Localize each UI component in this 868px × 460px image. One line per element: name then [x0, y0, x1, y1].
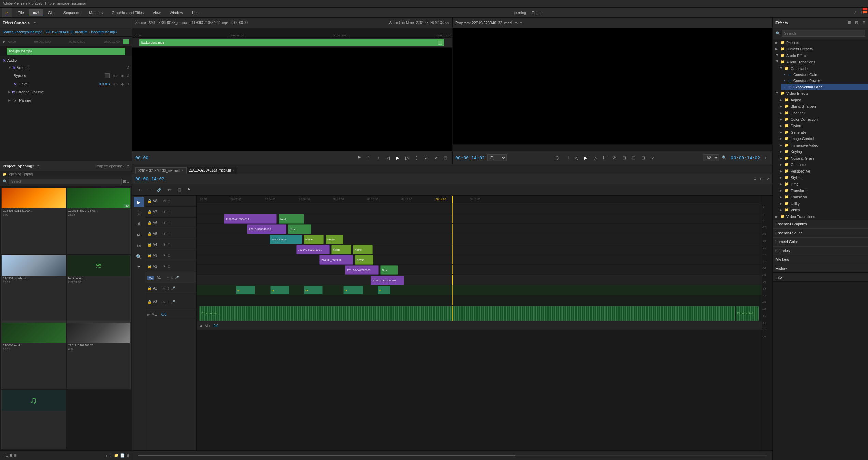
track-mic-a1[interactable]: 🎤	[175, 276, 179, 279]
project-new-bin-btn[interactable]: 📁	[114, 453, 119, 458]
project-new-item-btn[interactable]: 📄	[120, 453, 125, 458]
clip-v3-2[interactable]: Neste	[355, 255, 373, 265]
ec-level-value[interactable]: 0.0 dB	[99, 82, 110, 86]
clip-v5-3[interactable]: Neste	[326, 235, 343, 244]
track-vis-v3[interactable]: 👁	[163, 254, 166, 257]
section-markers[interactable]: Markers	[773, 255, 868, 264]
source-export-icon[interactable]: ⊡	[441, 154, 450, 162]
section-lumetri-color[interactable]: Lumetri Color	[773, 237, 868, 246]
tree-item-distort[interactable]: ▶ 📁 Distort	[777, 122, 868, 129]
clip-v2-2[interactable]: Nest	[380, 265, 398, 275]
prog-next-edit[interactable]: ⊢	[601, 154, 609, 162]
program-menu-icon[interactable]: ≡	[520, 21, 522, 25]
clip-a1-1[interactable]: fa	[236, 286, 255, 294]
clip-v5-1[interactable]: 218008.mp4	[270, 235, 302, 244]
effects-icon-1[interactable]: ⊞	[848, 20, 851, 25]
project-view-icon[interactable]: ⊞	[123, 179, 126, 184]
track-target-v1a1[interactable]: A1	[147, 276, 154, 280]
section-history[interactable]: History	[773, 264, 868, 273]
tree-item-exponential-fade[interactable]: ▪ ⊡ Exponential Fade	[781, 84, 868, 90]
tl-timecode[interactable]: 00:00:14:02	[135, 176, 165, 181]
clip-v4-3[interactable]: Neste	[353, 245, 373, 254]
razor-tool[interactable]: ✂	[134, 241, 144, 251]
track-mute-v8[interactable]: ⊡	[168, 199, 170, 203]
tree-item-video-transitions[interactable]: ▶ 📁 Video Transitions	[773, 213, 868, 220]
track-mute-v2[interactable]: ⊡	[168, 265, 170, 268]
track-mute-v5[interactable]: ⊡	[168, 232, 170, 236]
clip-a3-main[interactable]: Exponential...	[199, 306, 735, 321]
project-search-input[interactable]	[9, 179, 122, 184]
track-select-tool[interactable]: ⊞	[134, 208, 144, 218]
clip-v6-1[interactable]: 22619-328940133_	[247, 224, 286, 234]
prog-safe-zone[interactable]: ⊟	[639, 154, 647, 162]
ec-volume-group[interactable]: ▼ fx Volume ↺	[0, 63, 132, 72]
track-mute-v4[interactable]: ⊡	[168, 243, 170, 247]
track-collapse-mix[interactable]: ▶	[147, 313, 150, 316]
source-overflow-icon[interactable]: >>	[445, 21, 450, 25]
tl-blade-btn[interactable]: ✂	[165, 186, 174, 194]
project-free-form-btn[interactable]: ⊟	[14, 453, 17, 458]
maximize-icon[interactable]: ⤢	[852, 9, 858, 16]
project-sort-btn[interactable]: ↕	[106, 454, 108, 458]
ec-panner-group[interactable]: ▶ fx Panner	[0, 96, 132, 104]
zoom-tool[interactable]: 🔍	[134, 252, 144, 262]
tree-item-transform[interactable]: ▶ 📁 Transform	[777, 187, 868, 194]
ec-level-reset[interactable]: ↺	[126, 82, 129, 86]
menu-view[interactable]: View	[148, 9, 165, 16]
track-vis-v7[interactable]: 👁	[163, 210, 166, 214]
tree-item-video[interactable]: ▶ 📁 Video	[777, 207, 868, 213]
section-info[interactable]: Info	[773, 273, 868, 282]
menu-sequence[interactable]: Sequence	[59, 9, 85, 16]
project-list-view-btn[interactable]: ≡	[5, 454, 8, 458]
track-mute-v3[interactable]: ⊡	[168, 254, 170, 257]
ec-channel-vol-group[interactable]: ▶ fx Channel Volume	[0, 88, 132, 96]
prog-play-btn[interactable]: ▶	[582, 154, 590, 162]
list-item[interactable]: 22619-328940133... 6:28	[67, 322, 131, 389]
tree-item-adjust[interactable]: ▶ 📁 Adjust	[777, 97, 868, 103]
effects-icon-2[interactable]: ⊡	[855, 20, 858, 25]
tree-item-color-correction[interactable]: ▶ 📁 Color Correction	[777, 116, 868, 122]
rolling-edit-tool[interactable]: ⋈	[134, 230, 144, 240]
source-mark-in[interactable]: ⚑	[355, 154, 364, 162]
prog-loop[interactable]: ⟳	[610, 154, 618, 162]
tree-item-constant-gain[interactable]: ▪ ⊡ Constant Gain	[781, 72, 868, 78]
tree-item-stylize[interactable]: ▶ 📁 Stylize	[777, 174, 868, 181]
tree-item-constant-power[interactable]: ▪ ⊡ Constant Power	[781, 78, 868, 84]
section-essential-sound[interactable]: Essential Sound	[773, 228, 868, 237]
tree-item-immersive-video[interactable]: ▶ 📁 Immersive Video	[777, 142, 868, 148]
list-item[interactable]: HD 199813-887077878... 23:29	[67, 188, 131, 254]
source-mark-out[interactable]: ⚐	[365, 154, 373, 162]
timeline-ruler[interactable]: 00:00 00:02:00 00:04:00 00:06:00 00:08:0…	[197, 196, 762, 203]
tree-item-keying[interactable]: ▶ 📁 Keying	[777, 148, 868, 155]
source-next-mark[interactable]: ⟩	[413, 154, 421, 162]
project-menu-icon[interactable]: ≡	[37, 164, 39, 168]
text-tool[interactable]: T	[134, 263, 144, 273]
menu-graphics[interactable]: Graphics and Titles	[108, 9, 148, 16]
track-vis-v8[interactable]: 👁	[163, 199, 166, 203]
home-icon[interactable]: ⌂	[2, 8, 12, 17]
section-essential-graphics[interactable]: Essential Graphics	[773, 220, 868, 228]
track-mic-a2[interactable]: 🎤	[171, 286, 175, 290]
source-overwrite[interactable]: ↗	[432, 154, 440, 162]
tree-item-presets[interactable]: ▶ 📁 Presets	[773, 39, 868, 46]
tl-marker-btn[interactable]: ⚑	[185, 186, 194, 194]
clip-v3-1[interactable]: 214939_medium	[319, 255, 353, 265]
list-item[interactable]: ≋ background... 2:21:34:56	[67, 255, 131, 322]
track-lock-a3[interactable]: 🔒	[147, 300, 152, 304]
ripple-edit-tool[interactable]: ⊣⊢	[134, 219, 144, 229]
menu-clip[interactable]: Clip	[44, 9, 59, 16]
track-m-a3[interactable]: M	[163, 300, 166, 304]
tree-item-generate[interactable]: ▶ 📁 Generate	[777, 129, 868, 135]
tree-item-audio-transitions[interactable]: ▶ 📁 Audio Transitions	[773, 59, 868, 65]
ec-level-keyframe[interactable]: ◆	[121, 82, 124, 86]
list-item[interactable]: 203403-921381900... 6:50	[1, 188, 66, 254]
tree-item-time[interactable]: ▶ 📁 Time	[777, 181, 868, 187]
source-play-btn[interactable]: ▶	[394, 154, 402, 162]
prog-markers[interactable]: ⊡	[629, 154, 638, 162]
tl-zoom-in-btn[interactable]: +	[135, 186, 144, 194]
list-item[interactable]: 214939_medium... 12:56	[1, 255, 66, 322]
track-s-a1[interactable]: S	[171, 276, 173, 279]
clip-a1-4[interactable]: fa	[343, 286, 363, 294]
source-step-fwd[interactable]: ▷	[403, 154, 411, 162]
clip-v1-1[interactable]: 203403-921381908	[371, 276, 404, 285]
